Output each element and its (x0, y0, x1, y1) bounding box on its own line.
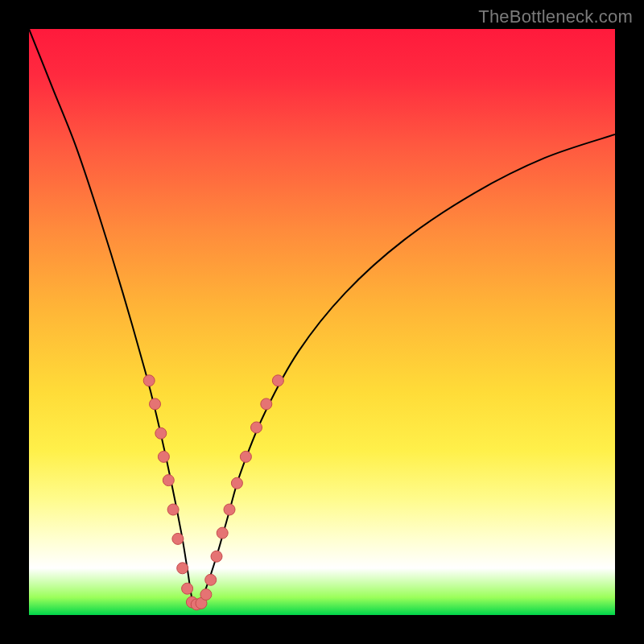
data-marker (261, 398, 272, 410)
data-marker (211, 551, 222, 562)
curve-svg (29, 29, 615, 615)
data-marker (200, 589, 212, 601)
data-markers (143, 375, 283, 610)
data-marker (182, 583, 193, 594)
data-marker (205, 574, 217, 585)
data-marker (186, 597, 197, 608)
data-marker (217, 527, 228, 539)
data-marker (224, 504, 235, 515)
plot-area (29, 29, 615, 615)
data-marker (158, 451, 169, 462)
data-marker (167, 504, 179, 515)
bottleneck-curve (29, 29, 615, 606)
data-marker (172, 533, 184, 544)
data-marker (191, 599, 202, 610)
data-marker (231, 477, 242, 489)
data-marker (251, 422, 262, 433)
data-marker (272, 375, 283, 386)
data-marker (240, 451, 251, 462)
data-marker (163, 475, 174, 486)
chart-frame: TheBottleneck.com (0, 0, 644, 644)
data-marker (196, 597, 207, 609)
data-marker (177, 563, 188, 574)
data-marker (155, 427, 167, 439)
data-marker (143, 375, 155, 386)
watermark-text: TheBottleneck.com (478, 6, 633, 27)
data-marker (150, 398, 161, 410)
